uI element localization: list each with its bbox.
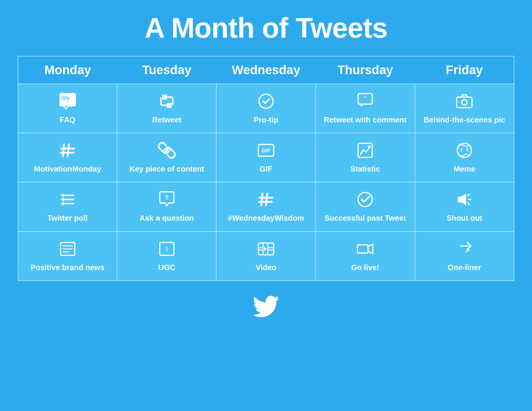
svg-point-34 <box>358 192 372 207</box>
header-wednesday: Wednesday <box>216 56 315 84</box>
question-icon: ? <box>158 191 176 211</box>
poll-icon <box>59 191 77 211</box>
news-icon <box>59 240 77 260</box>
svg-marker-51 <box>264 247 267 251</box>
cell-0-1: Retweet <box>117 84 216 133</box>
cell-inner: Behind-the-scenes pic <box>418 92 511 124</box>
cell-inner: GIF GIF <box>220 142 312 174</box>
cell-inner: Key piece of content <box>120 142 213 174</box>
svg-line-11 <box>68 144 69 156</box>
cell-label: Pro-tip <box>254 115 278 124</box>
cell-1-0: MotivationMonday <box>18 133 117 182</box>
cell-3-0: Positive brand news <box>18 232 117 281</box>
cell-label: Go live! <box>351 263 379 272</box>
cell-inner: Positive brand news <box>21 240 114 272</box>
cell-2-3: Successful past Tweet <box>316 182 415 231</box>
cell-inner: Twitter poll <box>21 191 114 223</box>
cell-inner: " Retweet with comment <box>319 92 412 124</box>
cell-inner: Pro-tip <box>220 92 312 124</box>
gif-icon: GIF <box>257 142 275 162</box>
svg-line-10 <box>63 144 64 156</box>
cell-2-0: Twitter poll <box>18 182 117 231</box>
cell-label: Retweet with comment <box>324 115 407 124</box>
cell-label: One-liner <box>448 263 481 272</box>
cell-label: Statistic <box>350 164 380 174</box>
retweet-comment-icon: " <box>356 92 374 112</box>
statistic-icon <box>356 142 374 162</box>
ugc-icon: ! <box>158 240 176 260</box>
header-friday: Friday <box>415 56 514 84</box>
svg-line-35 <box>468 194 470 196</box>
svg-text:": " <box>363 94 367 102</box>
cell-3-3: Go live! <box>316 232 415 281</box>
cell-inner: Successful past Tweet <box>319 191 412 223</box>
cell-2-1: ? Ask a question <box>117 182 216 231</box>
cell-3-2: Video <box>216 232 315 281</box>
svg-rect-52 <box>358 245 368 253</box>
cell-3-4: One-liner <box>415 232 514 281</box>
link-icon <box>158 142 176 162</box>
meme-icon <box>455 142 473 162</box>
cell-inner: Meme <box>418 142 511 174</box>
cell-inner: ! UGC <box>120 240 213 272</box>
header-tuesday: Tuesday <box>117 56 216 84</box>
cell-inner: Statistic <box>319 142 412 174</box>
check-icon <box>356 191 374 211</box>
cell-label: Twitter poll <box>47 214 88 223</box>
cell-label: Video <box>256 263 276 272</box>
calendar-table: MondayTuesdayWednesdayThursdayFriday ? F… <box>18 56 514 281</box>
cell-label: Ask a question <box>139 214 194 223</box>
cell-2-4: Shout out <box>415 182 514 231</box>
protip-icon <box>257 92 275 112</box>
cell-0-3: " Retweet with comment <box>316 84 415 133</box>
svg-line-30 <box>261 194 262 205</box>
cell-0-0: ? FAQ <box>18 84 117 133</box>
cell-1-4: Meme <box>415 133 514 182</box>
svg-point-5 <box>259 94 273 108</box>
cell-inner: Shout out <box>418 191 511 223</box>
cell-label: MotivationMonday <box>34 164 101 174</box>
page-title: A Month of Tweets <box>144 12 388 44</box>
cell-inner: Video <box>220 240 312 272</box>
cell-label: #WednesdayWisdom <box>228 214 304 223</box>
faq-icon: ? <box>59 92 77 112</box>
header-thursday: Thursday <box>316 56 415 84</box>
svg-rect-8 <box>457 97 472 108</box>
svg-text:GIF: GIF <box>262 148 270 154</box>
cell-inner: #WednesdayWisdom <box>220 191 312 223</box>
cell-3-1: ! UGC <box>117 232 216 281</box>
svg-rect-17 <box>358 143 372 157</box>
twitter-bird-icon <box>253 296 279 317</box>
cell-0-4: Behind-the-scenes pic <box>415 84 514 133</box>
header-monday: Monday <box>18 56 117 84</box>
cell-1-1: Key piece of content <box>117 133 216 182</box>
cell-inner: Go live! <box>319 240 412 272</box>
hashtag-icon <box>59 142 77 162</box>
cell-label: Key piece of content <box>129 164 204 174</box>
hashtag-icon <box>257 191 275 211</box>
twitter-footer <box>253 296 279 317</box>
cell-label: GIF <box>260 164 272 174</box>
cell-1-2: GIF GIF <box>216 133 315 182</box>
cell-label: Successful past Tweet <box>325 214 406 223</box>
cell-0-2: Pro-tip <box>216 84 315 133</box>
golive-icon <box>356 240 374 260</box>
retweet-icon <box>158 92 176 112</box>
cell-inner: MotivationMonday <box>21 142 114 174</box>
svg-point-9 <box>462 100 467 105</box>
camera-icon <box>455 92 473 112</box>
cell-inner: One-liner <box>418 240 511 272</box>
cell-1-3: Statistic <box>316 133 415 182</box>
oneliner-icon <box>455 240 473 260</box>
cell-2-2: #WednesdayWisdom <box>216 182 315 231</box>
cell-label: Shout out <box>447 214 482 223</box>
cell-label: Retweet <box>152 115 182 124</box>
svg-line-31 <box>266 194 267 205</box>
cell-label: UGC <box>158 263 175 272</box>
shoutout-icon <box>455 191 473 211</box>
cell-label: Meme <box>454 164 476 174</box>
cell-label: Positive brand news <box>31 263 104 272</box>
cell-inner: ? FAQ <box>21 92 114 124</box>
video-icon <box>257 240 275 260</box>
cell-inner: Retweet <box>120 92 213 124</box>
